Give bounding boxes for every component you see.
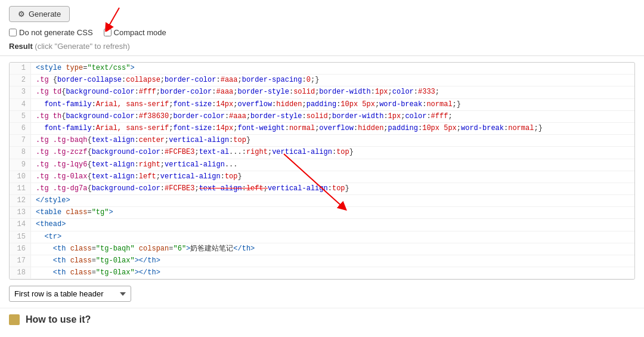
- generate-button[interactable]: ⚙ Generate: [9, 6, 70, 22]
- line-code: <th class="tg-baqh" colspan="6">奶爸建站笔记</…: [31, 243, 634, 255]
- line-code: .tg .tg-dg7a{background-color:#FCFBE3;te…: [31, 183, 634, 194]
- line-number: 11: [10, 183, 31, 194]
- how-to-icon: [9, 314, 20, 325]
- code-line: 8 .tg .tg-zczf{background-color:#FCFBE3;…: [10, 147, 634, 159]
- line-code: <th class="tg-0lax"></th>: [31, 267, 634, 279]
- line-number: 6: [10, 123, 31, 134]
- line-number: 9: [10, 159, 31, 171]
- code-line: 18 <th class="tg-0lax"></th>: [10, 267, 634, 279]
- line-number: 18: [10, 267, 31, 279]
- code-line: 7 .tg .tg-baqh{text-align:center;vertica…: [10, 135, 634, 147]
- how-to-text: How to use it?: [26, 314, 91, 325]
- generate-label: Generate: [29, 10, 61, 18]
- line-number: 16: [10, 243, 31, 255]
- line-code: .tg .tg-lqy6{text-align:right;vertical-a…: [31, 159, 634, 171]
- line-code: <tr>: [31, 231, 634, 243]
- code-line: 16 <th class="tg-baqh" colspan="6">奶爸建站笔…: [10, 243, 634, 255]
- line-code: .tg .tg-0lax{text-align:left;vertical-al…: [31, 171, 634, 183]
- how-to-section: How to use it?: [0, 308, 644, 331]
- code-line: 14 <thead>: [10, 219, 634, 231]
- result-label: Result (click "Generate" to refresh): [9, 42, 635, 51]
- line-number: 5: [10, 111, 31, 122]
- code-lines: 1 <style type="text/css"> 2 .tg {border-…: [10, 63, 634, 279]
- code-line: 11 .tg .tg-dg7a{background-color:#FCFBE3…: [10, 183, 634, 195]
- code-line: 6 font-family:Arial, sans-serif;font-siz…: [10, 123, 634, 135]
- line-code: <style type="text/css">: [31, 63, 634, 74]
- line-number: 7: [10, 135, 31, 146]
- code-line: 1 <style type="text/css">: [10, 63, 634, 75]
- line-code: <thead>: [31, 219, 634, 230]
- compact-mode-option[interactable]: Compact mode: [104, 28, 166, 37]
- gear-icon: ⚙: [18, 10, 25, 18]
- line-code: .tg .tg-baqh{text-align:center;vertical-…: [31, 135, 634, 146]
- line-number: 2: [10, 75, 31, 86]
- line-code: <table class="tg">: [31, 207, 634, 218]
- code-line: 10 .tg .tg-0lax{text-align:left;vertical…: [10, 171, 634, 183]
- code-line: 12 </style>: [10, 195, 634, 207]
- do-not-generate-css-checkbox[interactable]: [9, 29, 17, 36]
- line-code: font-family:Arial, sans-serif;font-size:…: [31, 99, 634, 110]
- code-line: 17 <th class="tg-0lax"></th>: [10, 255, 634, 267]
- line-number: 8: [10, 147, 31, 158]
- code-line: 3 .tg td{background-color:#fff;border-co…: [10, 86, 634, 98]
- line-number: 12: [10, 195, 31, 206]
- line-code: .tg th{background-color:#f38630;border-c…: [31, 111, 634, 122]
- compact-mode-checkbox[interactable]: [104, 29, 112, 36]
- line-number: 17: [10, 255, 31, 267]
- dropdown-row: First row is a table header No header Fi…: [0, 280, 644, 308]
- line-code: .tg .tg-zczf{background-color:#FCFBE3;te…: [31, 147, 634, 158]
- do-not-generate-css-option[interactable]: Do not generate CSS: [9, 28, 93, 37]
- compact-mode-label: Compact mode: [114, 28, 166, 37]
- code-line: 5 .tg th{background-color:#f38630;border…: [10, 111, 634, 123]
- line-number: 3: [10, 86, 31, 98]
- code-line: 2 .tg {border-collapse:collapse;border-c…: [10, 75, 634, 86]
- line-number: 4: [10, 99, 31, 110]
- line-number: 1: [10, 63, 31, 74]
- line-code: .tg {border-collapse:collapse;border-col…: [31, 75, 634, 86]
- code-line: 13 <table class="tg">: [10, 207, 634, 219]
- line-number: 10: [10, 171, 31, 183]
- line-number: 13: [10, 207, 31, 218]
- line-code: font-family:Arial, sans-serif;font-size:…: [31, 123, 634, 134]
- line-code: <th class="tg-0lax"></th>: [31, 255, 634, 267]
- code-line: 9 .tg .tg-lqy6{text-align:right;vertical…: [10, 159, 634, 171]
- code-area: 1 <style type="text/css"> 2 .tg {border-…: [9, 62, 635, 280]
- line-number: 15: [10, 231, 31, 243]
- line-code: </style>: [31, 195, 634, 206]
- line-number: 14: [10, 219, 31, 230]
- code-line: 15 <tr>: [10, 231, 634, 243]
- do-not-generate-css-label: Do not generate CSS: [19, 28, 93, 37]
- line-code: .tg td{background-color:#fff;border-colo…: [31, 86, 634, 98]
- header-type-select[interactable]: First row is a table header No header Fi…: [9, 286, 131, 302]
- code-line: 4 font-family:Arial, sans-serif;font-siz…: [10, 99, 634, 111]
